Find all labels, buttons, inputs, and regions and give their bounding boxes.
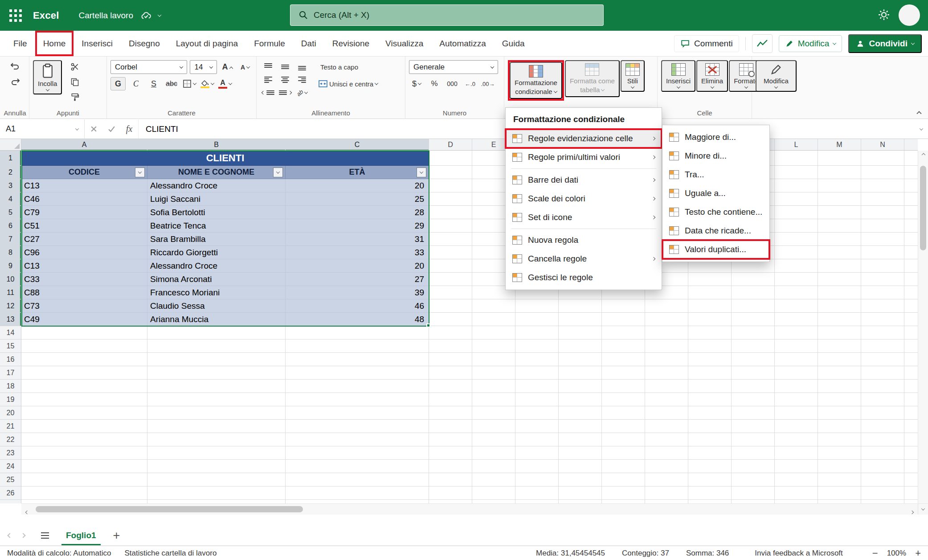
table-header-et[interactable]: ETÀ (286, 166, 429, 179)
table-header-codice[interactable]: CODICE (21, 166, 147, 179)
scroll-right-icon[interactable] (910, 511, 914, 514)
bold-button[interactable]: G (110, 77, 126, 90)
row-header-23[interactable]: 23 (0, 446, 21, 460)
cell[interactable]: 39 (286, 286, 429, 299)
app-launcher-icon[interactable] (5, 5, 26, 26)
editing-mode-button[interactable]: Modifica (779, 35, 842, 52)
user-avatar[interactable] (899, 4, 920, 26)
submenu-item-tra[interactable]: Tra... (662, 165, 769, 184)
increase-decimal-button[interactable]: .00→ (480, 77, 495, 90)
sparkline-button[interactable] (752, 34, 773, 53)
align-left-button[interactable] (260, 73, 276, 86)
column-header-A[interactable]: A (21, 139, 147, 151)
status-item-media[interactable]: Media: 31,45454545 (536, 549, 605, 558)
cell[interactable]: C96 (21, 246, 147, 259)
table-header-nome-e-cognome[interactable]: NOME E COGNOME (147, 166, 286, 179)
search-box[interactable]: Cerca (Alt + X) (290, 4, 604, 26)
filter-button[interactable] (135, 168, 145, 177)
editing-button[interactable]: Modifica (756, 60, 797, 92)
format-painter-icon[interactable] (67, 90, 82, 104)
tab-formule[interactable]: Formule (246, 31, 293, 56)
orientation-button[interactable]: ab (294, 86, 310, 99)
column-header-L[interactable]: L (775, 139, 818, 151)
column-header-C[interactable]: C (286, 139, 429, 151)
paste-button[interactable]: Incolla (33, 60, 62, 94)
row-header-20[interactable]: 20 (0, 406, 21, 420)
name-box[interactable]: A1 (0, 119, 85, 139)
confirm-entry-icon[interactable] (102, 119, 120, 139)
fill-color-button[interactable] (200, 77, 215, 90)
cell[interactable]: C13 (21, 259, 147, 273)
sheet-tab-foglio1[interactable]: Foglio1 (59, 526, 103, 545)
row-header-5[interactable]: 5 (0, 206, 21, 219)
row-header-16[interactable]: 16 (0, 353, 21, 366)
cell[interactable]: C46 (21, 192, 147, 206)
align-bottom-button[interactable] (294, 60, 310, 74)
tab-file[interactable]: File (5, 31, 35, 56)
table-title-cell[interactable]: CLIENTI (21, 151, 429, 166)
collapse-ribbon-icon[interactable] (916, 111, 921, 116)
cell[interactable]: Alessandro Croce (147, 179, 286, 192)
italic-button[interactable]: C (128, 77, 143, 90)
format-as-table-button[interactable]: Formatta come tabella (565, 60, 620, 97)
tab-inserisci[interactable]: Inserisci (74, 31, 121, 56)
scroll-left-icon[interactable] (25, 511, 29, 514)
menu-item-barre-dei-dati[interactable]: Barre dei dati (506, 171, 662, 189)
redo-button[interactable] (8, 76, 23, 89)
zoom-out-icon[interactable]: − (872, 548, 878, 558)
cell[interactable]: C33 (21, 273, 147, 286)
grow-font-button[interactable]: A (220, 61, 235, 74)
fill-handle[interactable] (426, 323, 430, 327)
status-item-modalit-di-calcolo[interactable]: Modalità di calcolo: Automatico (7, 549, 111, 558)
tab-dati[interactable]: Dati (293, 31, 324, 56)
shrink-font-button[interactable]: A (237, 61, 253, 74)
row-header-11[interactable]: 11 (0, 286, 21, 299)
font-color-button[interactable]: A (217, 77, 233, 90)
feedback-link[interactable]: Invia feedback a Microsoft (755, 549, 842, 558)
row-header-6[interactable]: 6 (0, 219, 21, 233)
underline-button[interactable]: S (146, 77, 161, 90)
row-header-7[interactable]: 7 (0, 233, 21, 246)
borders-button[interactable] (182, 77, 197, 90)
row-header-2[interactable]: 2 (0, 166, 21, 179)
cell[interactable]: 33 (286, 246, 429, 259)
row-header-21[interactable]: 21 (0, 420, 21, 433)
wrap-text-button[interactable]: Testo a capo (315, 60, 381, 74)
tab-guida[interactable]: Guida (494, 31, 533, 56)
align-top-button[interactable] (260, 60, 276, 74)
cell[interactable]: 25 (286, 192, 429, 206)
submenu-item-minore-di[interactable]: Minore di... (662, 147, 769, 165)
cell[interactable]: 27 (286, 273, 429, 286)
menu-item-regole-primi-ultimi-valori[interactable]: Regole primi/ultimi valori (506, 148, 662, 167)
submenu-item-data-che-ricade[interactable]: Data che ricade... (662, 221, 769, 240)
insert-function-icon[interactable]: fx (120, 119, 138, 139)
status-item-conteggio[interactable]: Conteggio: 37 (622, 549, 669, 558)
decrease-decimal-button[interactable]: ←.0 (462, 77, 478, 90)
cell[interactable]: C51 (21, 219, 147, 233)
column-header-N[interactable]: N (861, 139, 904, 151)
row-header-12[interactable]: 12 (0, 299, 21, 313)
cell[interactable]: Francesco Moriani (147, 286, 286, 299)
all-sheets-menu-icon[interactable] (41, 532, 49, 539)
cut-button[interactable] (67, 60, 82, 74)
cell[interactable]: C49 (21, 313, 147, 326)
merge-center-button[interactable]: Unisci e centra (315, 77, 381, 90)
tab-revisione[interactable]: Revisione (324, 31, 377, 56)
row-header-1[interactable]: 1 (0, 151, 21, 166)
number-format-combo[interactable]: Generale (409, 60, 498, 74)
scrollbar-corner[interactable] (918, 503, 928, 515)
row-header-18[interactable]: 18 (0, 380, 21, 393)
currency-format-button[interactable]: $ (409, 77, 424, 90)
undo-button[interactable] (8, 60, 23, 74)
scroll-up-icon[interactable] (921, 153, 925, 157)
row-header-4[interactable]: 4 (0, 192, 21, 206)
select-all-corner[interactable] (0, 139, 21, 151)
column-header-M[interactable]: M (818, 139, 861, 151)
cell[interactable]: 48 (286, 313, 429, 326)
delete-cells-button[interactable]: Elimina (696, 60, 728, 92)
font-size-combo[interactable]: 14 (190, 60, 217, 74)
submenu-item-testo-che-contiene[interactable]: Testo che contiene... (662, 203, 769, 221)
decrease-indent-button[interactable] (260, 86, 276, 99)
cell[interactable]: Simona Arconati (147, 273, 286, 286)
cell[interactable]: 28 (286, 206, 429, 219)
